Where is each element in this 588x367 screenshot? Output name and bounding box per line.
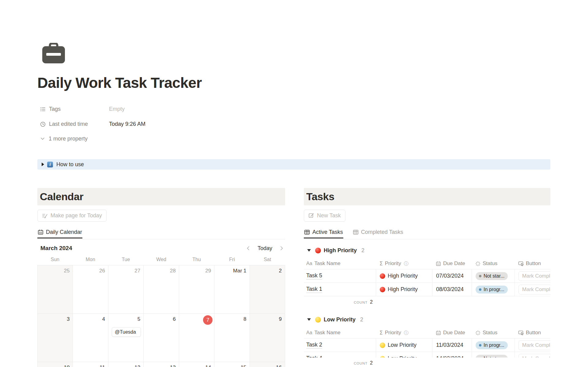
task-name-cell[interactable]: Task 1 <box>304 283 376 296</box>
calendar-event[interactable]: @Tuesda <box>112 327 141 337</box>
mark-complete-button[interactable]: Mark Comple <box>518 340 550 350</box>
property-name: Tags <box>49 106 61 112</box>
day-number: 6 <box>173 316 175 322</box>
task-link: Task 5 <box>306 272 322 279</box>
column-header-due-date[interactable]: Due Date <box>432 260 472 267</box>
calendar-day-cell[interactable]: 3 <box>38 314 73 362</box>
prev-month-button[interactable] <box>246 246 251 251</box>
bulleted-list-icon <box>40 107 46 112</box>
briefcase-icon <box>42 43 65 64</box>
status-cell[interactable]: Not star... <box>472 269 514 283</box>
tab-daily-calendar-label: Daily Calendar <box>46 229 82 235</box>
count-value[interactable]: 2 <box>370 299 373 305</box>
calendar-day-cell[interactable]: 16 <box>250 362 285 367</box>
due-date-cell[interactable]: 11/03/2024 <box>432 339 472 352</box>
calendar-toolbar: March 2024 Today <box>37 245 285 252</box>
priority-cell[interactable]: Low Priority <box>376 339 432 352</box>
tab-daily-calendar[interactable]: Daily Calendar <box>37 228 82 238</box>
new-task-button[interactable]: New Task <box>304 210 345 222</box>
status-pill[interactable]: Not star... <box>476 272 508 280</box>
priority-circle-icon <box>315 317 321 323</box>
status-icon <box>475 330 481 335</box>
calendar-heading-bar: Calendar <box>37 188 285 205</box>
due-date-cell[interactable]: 07/03/2024 <box>432 269 472 283</box>
task-name-cell[interactable]: Task 2 <box>304 339 376 352</box>
page-icon-briefcase[interactable] <box>42 43 65 64</box>
make-page-for-today-button[interactable]: Make page for Today <box>37 210 107 222</box>
calendar-day-cell[interactable]: 5@Tuesda <box>108 314 144 362</box>
calendar-day-cell[interactable]: 10 <box>38 362 73 367</box>
priority-cell[interactable]: High Priority <box>376 269 432 283</box>
toggle-right-icon[interactable] <box>42 163 44 166</box>
calendar-day-cell[interactable]: 6 <box>144 314 179 362</box>
status-cell[interactable]: In progr... <box>472 283 514 296</box>
calendar-day-cell[interactable]: 14 <box>179 362 214 367</box>
status-pill[interactable]: In progr... <box>476 341 508 349</box>
calendar-day-cell[interactable]: 25 <box>38 265 73 314</box>
property-row-tags[interactable]: Tags Empty <box>37 102 550 117</box>
calendar-day-cell[interactable]: 12 <box>108 362 144 367</box>
due-date-cell[interactable]: 08/03/2024 <box>432 283 472 296</box>
group-header: Low Priority 2 <box>304 316 550 324</box>
property-row-last-edited[interactable]: Last edited time Today 9:26 AM <box>37 117 550 132</box>
column-header-status[interactable]: Status <box>472 330 514 336</box>
toggle-down-icon[interactable] <box>307 249 311 252</box>
status-cell[interactable]: In progr... <box>472 339 514 352</box>
day-number: Mar 1 <box>233 268 246 274</box>
calendar-day-cell[interactable]: 27 <box>108 265 144 314</box>
column-header-priority[interactable]: ΣPriority ⓘ <box>376 260 432 267</box>
calendar-day-cell[interactable]: 7 <box>179 314 214 362</box>
priority-circle-icon <box>380 287 385 292</box>
weekday-label: Fri <box>214 257 250 263</box>
property-value-last-edited[interactable]: Today 9:26 AM <box>109 121 145 127</box>
today-button[interactable]: Today <box>258 245 272 252</box>
status-dot-icon <box>479 275 481 277</box>
page-title[interactable]: Daily Work Task Tracker <box>37 74 550 92</box>
count-value[interactable]: 2 <box>370 360 373 366</box>
tasks-heading: Tasks <box>306 191 334 203</box>
tab-active-tasks[interactable]: Active Tasks <box>304 228 343 238</box>
toggle-down-icon[interactable] <box>307 318 311 321</box>
column-header-status[interactable]: Status <box>472 260 514 267</box>
priority-circle-icon <box>315 248 321 253</box>
calendar-day-cell[interactable]: 13 <box>144 362 179 367</box>
column-header-task-name[interactable]: AaTask Name <box>304 330 376 336</box>
calendar-day-cell[interactable]: 26 <box>73 265 108 314</box>
property-value-tags[interactable]: Empty <box>109 106 125 112</box>
how-to-use-callout[interactable]: i How to use <box>37 159 550 170</box>
group-header: High Priority 2 <box>304 246 550 254</box>
button-icon <box>518 330 524 335</box>
next-month-button[interactable] <box>279 246 284 251</box>
calendar-day-cell[interactable]: 4 <box>73 314 108 362</box>
calendar-day-cell[interactable]: 11 <box>73 362 108 367</box>
column-header-task-name[interactable]: AaTask Name <box>304 260 376 267</box>
calendar-day-cell[interactable]: 2 <box>250 265 285 314</box>
column-header-button[interactable]: Button <box>514 330 550 336</box>
status-dot-icon <box>479 288 481 291</box>
tab-completed-tasks[interactable]: Completed Tasks <box>352 228 404 238</box>
column-header-due-date[interactable]: Due Date <box>432 330 472 336</box>
count-label: COUNT <box>354 361 368 365</box>
tasks-section: Tasks New Task Active Tasks <box>304 186 550 367</box>
new-task-label: New Task <box>317 212 341 219</box>
calendar-day-cell[interactable]: 29 <box>179 265 214 314</box>
column-header-button[interactable]: Button <box>514 260 550 267</box>
more-properties-label: 1 more property <box>49 136 88 142</box>
calendar-day-cell[interactable]: 8 <box>214 314 250 362</box>
mark-complete-button[interactable]: Mark Comple <box>518 271 550 281</box>
column-header-priority[interactable]: ΣPriority ⓘ <box>376 330 432 336</box>
more-properties-toggle[interactable]: 1 more property <box>40 132 550 146</box>
calendar-day-cell[interactable]: 9 <box>250 314 285 362</box>
calendar-icon <box>436 330 441 335</box>
weekday-row: SunMonTueWedThuFriSat <box>37 257 285 263</box>
status-pill[interactable]: In progr... <box>476 286 508 294</box>
priority-cell[interactable]: High Priority <box>376 283 432 296</box>
calendar-day-cell[interactable]: 15 <box>214 362 250 367</box>
button-cell: Mark Comple <box>514 283 550 296</box>
calendar-day-cell[interactable]: Mar 1 <box>214 265 250 314</box>
day-number: 27 <box>134 268 140 274</box>
clock-icon <box>40 122 46 127</box>
mark-complete-button[interactable]: Mark Comple <box>518 285 550 294</box>
calendar-day-cell[interactable]: 28 <box>144 265 179 314</box>
task-name-cell[interactable]: Task 5 <box>304 269 376 283</box>
